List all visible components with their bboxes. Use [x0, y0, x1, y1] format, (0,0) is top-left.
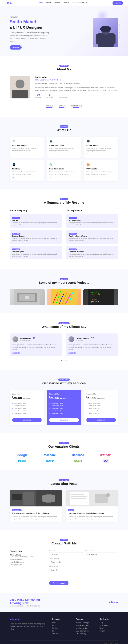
contact-info: Contact Info Office Address: 1234 Street… — [9, 550, 44, 585]
nav-link-about[interactable]: About — [46, 2, 51, 4]
about-image — [9, 76, 30, 98]
pricing-standard: Standard Plan $50.00 Per Month Lorem Ips… — [47, 390, 81, 425]
exp-item-3: 2018-2022 Front-end Developer Lorem ipsu… — [66, 246, 119, 260]
footer-link[interactable]: Terms — [100, 627, 119, 629]
footer-link[interactable]: Business Strategy — [76, 622, 95, 624]
pricing-basic: Basic Plan $30.00 Per Month Lorem Ipsum … — [9, 390, 44, 425]
form-name: Full Name — [49, 550, 83, 556]
project-2[interactable] — [47, 290, 82, 306]
blog-excerpt-1: Lorem ipsum dolor sit amet consectetur a… — [12, 516, 60, 520]
clients-title: Our Amazing Clients — [9, 445, 119, 448]
resume-section: Resume A Summary of My Resume Education … — [0, 189, 128, 269]
footer-link[interactable]: UX Consulting — [76, 633, 95, 634]
footer-link[interactable]: Privacy Policy — [100, 624, 119, 626]
testi-readmore-1[interactable]: Read More — [12, 352, 60, 354]
footer-social: f t in — [104, 643, 119, 644]
clients-label-badge: Our Clients — [59, 442, 69, 444]
svg-rect-30 — [23, 492, 34, 505]
submit-button[interactable]: Send Message — [49, 581, 68, 585]
form-email-label: Email Address — [85, 550, 119, 552]
contact-section: Contact Contact With Me Contact Info Off… — [0, 530, 128, 593]
resume-cols: Education Quality 2011-2014 Who Am I ? L… — [9, 209, 119, 261]
hero-text: Hello, I'm Smith Mabel a UI / UX Designe… — [9, 16, 51, 50]
footer-link[interactable]: Contact — [52, 633, 71, 634]
service-interface: 🖥️ Interface Design Lorem ipsum dolor si… — [84, 137, 119, 158]
service-mobile: 📱 Mobile App Lorem ipsum dolor sit amet … — [9, 160, 44, 181]
social-facebook[interactable]: f — [104, 643, 108, 644]
seo-icon: 🔍 — [49, 163, 79, 166]
exp-badge-2: 2014-2018 — [69, 233, 77, 234]
form-email: Email Address — [85, 550, 119, 556]
nav-link-feature[interactable]: Feature — [63, 2, 69, 4]
message-textarea[interactable] — [49, 568, 119, 579]
svg-rect-38 — [95, 494, 108, 503]
edu-item-3: 2018-2020 Masters Degree Lorem ipsum dol… — [9, 246, 62, 260]
project-1[interactable] — [9, 290, 45, 306]
resume-label-badge: Resume — [60, 198, 68, 200]
footer-link[interactable]: Interface Design — [76, 627, 95, 629]
nav-link-home[interactable]: Home — [39, 2, 43, 4]
about-name: Smith Mabel — [35, 76, 119, 78]
testi-readmore-2[interactable]: Read More — [68, 352, 116, 354]
service-ux: 🎨 UX Consulting Lorem ipsum dolor sit am… — [84, 160, 119, 181]
testi-name-1: Julia Galacez — [20, 338, 31, 340]
client-google: Google — [9, 453, 35, 457]
about-bio1: I'm Smith Mabel, a visual UI / UX Design… — [35, 82, 119, 85]
social-linkedin[interactable]: in — [115, 643, 119, 644]
pricing-btn-premium[interactable]: Get Started — [86, 418, 116, 422]
dot-1[interactable] — [61, 360, 62, 361]
footer-link[interactable]: FAQ — [100, 622, 119, 624]
contact-form: Full Name Email Address Phone Number You… — [49, 550, 119, 585]
phone-input[interactable] — [49, 560, 119, 564]
blog-category-2: Design — [68, 509, 74, 511]
pricing-btn-standard[interactable]: Get Started — [49, 418, 79, 422]
about-subtitle: UI/UX Designer and Web Developer — [35, 79, 119, 81]
exp-title-2: Web Developer & Trainer — [69, 235, 116, 237]
footer-link[interactable]: Support — [100, 630, 119, 632]
svg-rect-35 — [71, 494, 84, 495]
name-input[interactable] — [49, 552, 83, 556]
contact-label-badge: Contact — [60, 539, 68, 541]
hero-side-text: SCROLL DOWN — [119, 24, 121, 38]
pricing-btn-basic[interactable]: Get Started — [12, 418, 42, 422]
hire-me-button[interactable]: Hire Me — [113, 1, 123, 5]
dot-3[interactable] — [66, 360, 67, 361]
social-twitter[interactable]: t — [109, 643, 113, 644]
hero-section: Hello, I'm Smith Mabel a UI / UX Designe… — [0, 6, 128, 56]
project-img-2 — [47, 290, 82, 306]
blog-post-1[interactable]: Development When the reader now turns of… — [9, 490, 62, 522]
footer-cta-logo: ✦ Mabel — [109, 601, 119, 604]
nav-link-contact[interactable]: Contact Us — [78, 2, 87, 4]
exp-desc-2: Lorem ipsum dolor sit amet consectetur a… — [69, 238, 116, 242]
service-seo: 🔍 SEO Optimization Lorem ipsum dolor sit… — [47, 160, 81, 181]
testi-role-2: UI Designer — [76, 340, 89, 341]
services-title: What I Do — [9, 128, 119, 132]
exp-desc-3: Lorem ipsum dolor sit amet consectetur a… — [69, 253, 116, 258]
edu-item-1: 2011-2014 Who Am I ? Lorem ipsum dolor s… — [9, 214, 62, 228]
nav-link-blog[interactable]: Blog — [72, 2, 76, 4]
footer-link[interactable]: SEO Optimization — [76, 630, 95, 632]
form-phone: Phone Number — [49, 558, 119, 564]
footer-link[interactable]: Blog — [52, 630, 71, 632]
pricing-section: Pricing Plans Get started with my servic… — [0, 370, 128, 433]
contact-email2: email@email.com — [9, 564, 44, 566]
footer-link[interactable]: Services — [52, 627, 71, 629]
footer-link[interactable]: Home — [52, 622, 71, 624]
footer-cta-text: Let's Make Something Amazing Now Lorem i… — [9, 598, 40, 607]
client-envato: envato — [65, 460, 91, 462]
edu-desc-1: Lorem ipsum dolor sit amet consectetur a… — [12, 222, 59, 226]
hero-hire-button[interactable]: Hire Me — [9, 45, 22, 50]
footer-link[interactable]: About — [52, 624, 71, 626]
pricing-title: Get started with my services — [9, 382, 119, 385]
footer-features-links: Business Strategy App Development Interf… — [76, 622, 95, 634]
footer-col-quicklink: Quick Link FAQ Privacy Policy Terms Supp… — [100, 618, 119, 636]
project-3[interactable]: function() { var x = 10; return x; } // … — [83, 290, 119, 306]
dot-2[interactable] — [64, 360, 64, 361]
project-img-3: function() { var x = 10; return x; } // … — [83, 290, 119, 306]
nav-link-resume[interactable]: Resume — [54, 2, 60, 4]
email-input[interactable] — [85, 552, 119, 556]
footer-link[interactable]: App Development — [76, 624, 95, 626]
about-title: About Me — [9, 68, 119, 71]
pricing-premium: Premium Plan $50.00 Per Month Lorem Ipsu… — [84, 390, 119, 425]
blog-post-2[interactable]: Design How good designers can collaborat… — [66, 490, 119, 522]
